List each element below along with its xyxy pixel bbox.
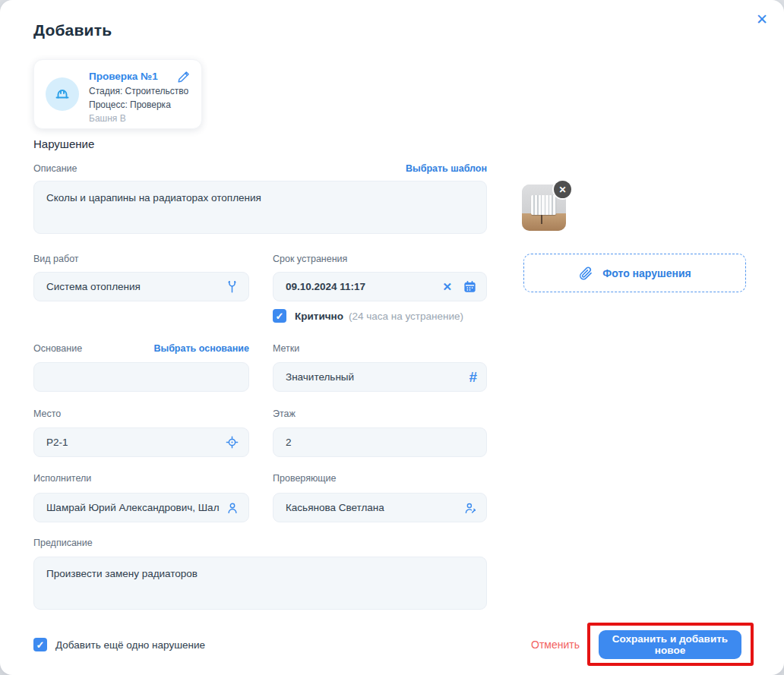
person-edit-icon[interactable] bbox=[463, 501, 477, 515]
floor-input[interactable]: 2 bbox=[273, 427, 487, 457]
inspection-title[interactable]: Проверка №1 bbox=[89, 71, 179, 82]
remove-photo-icon[interactable]: ✕ bbox=[554, 181, 571, 198]
critical-row: ✓ Критично (24 часа на устранение) bbox=[273, 309, 463, 323]
hard-hat-icon bbox=[46, 77, 79, 111]
inspectors-input[interactable]: Касьянова Светлана bbox=[273, 493, 487, 522]
inspectors-value: Касьянова Светлана bbox=[286, 502, 463, 513]
add-another-row: ✓ Добавить ещё одно нарушение bbox=[33, 638, 205, 651]
critical-checkbox[interactable]: ✓ bbox=[273, 309, 286, 323]
description-textarea[interactable]: Сколы и царапины на радиаторах отопления bbox=[33, 181, 487, 234]
deadline-clear-icon[interactable]: ✕ bbox=[442, 280, 452, 294]
paperclip-icon bbox=[578, 266, 593, 281]
deadline-input[interactable]: 09.10.2024 11:17 ✕ bbox=[273, 272, 487, 301]
basis-label: Основание bbox=[33, 343, 82, 354]
basis-label-row: Основание Выбрать основание bbox=[33, 343, 249, 354]
photo-radiator bbox=[531, 195, 556, 215]
person-icon[interactable] bbox=[226, 501, 239, 515]
tags-value: Значительный bbox=[286, 371, 469, 383]
floor-label: Этаж bbox=[273, 408, 296, 419]
description-label: Описание bbox=[33, 163, 77, 174]
calendar-icon[interactable] bbox=[463, 279, 477, 294]
choose-basis-link[interactable]: Выбрать основание bbox=[153, 343, 249, 354]
attach-photo-label: Фото нарушения bbox=[602, 267, 691, 279]
tags-input[interactable]: Значительный # bbox=[273, 362, 487, 392]
cancel-button[interactable]: Отменить bbox=[531, 639, 580, 651]
basis-input[interactable] bbox=[33, 362, 249, 392]
critical-note: (24 часа на устранение) bbox=[349, 311, 463, 322]
executors-value: Шамрай Юрий Александрович, Шалы... bbox=[46, 502, 220, 513]
deadline-value: 09.10.2024 11:17 bbox=[286, 281, 442, 292]
prescription-label: Предписание bbox=[33, 538, 93, 548]
attach-photo-button[interactable]: Фото нарушения bbox=[523, 254, 746, 292]
place-value: P2-1 bbox=[46, 437, 225, 448]
inspectors-label: Проверяющие bbox=[273, 473, 337, 484]
critical-label: Критично bbox=[295, 311, 343, 322]
save-and-add-new-button[interactable]: Сохранить и добавить новое bbox=[599, 630, 741, 659]
edit-pencil-icon[interactable] bbox=[176, 70, 191, 84]
photo-pipe bbox=[541, 215, 542, 224]
place-label: Место bbox=[33, 408, 61, 419]
section-title-violation: Нарушение bbox=[33, 137, 94, 150]
executors-input[interactable]: Шамрай Юрий Александрович, Шалы... bbox=[33, 493, 249, 522]
work-type-input[interactable]: Система отопления bbox=[33, 272, 249, 301]
add-another-label: Добавить ещё одно нарушение bbox=[55, 639, 205, 651]
inspection-card: Проверка №1 Стадия: Строительство Процес… bbox=[33, 59, 202, 129]
inspection-process: Процесс: Проверка bbox=[89, 99, 179, 110]
place-input[interactable]: P2-1 bbox=[33, 427, 249, 457]
tags-label: Метки bbox=[273, 343, 299, 354]
work-type-value: Система отопления bbox=[46, 281, 225, 292]
hash-icon[interactable]: # bbox=[469, 370, 477, 384]
choose-template-link[interactable]: Выбрать шаблон bbox=[406, 163, 487, 174]
inspection-stage: Стадия: Строительство bbox=[89, 86, 179, 96]
prescription-value: Произвести замену радиаторов bbox=[46, 568, 198, 579]
crosshair-location-icon[interactable] bbox=[225, 435, 239, 449]
wrench-icon[interactable] bbox=[225, 279, 239, 294]
work-type-label: Вид работ bbox=[33, 254, 79, 264]
description-value: Сколы и царапины на радиаторах отопления bbox=[46, 192, 261, 203]
prescription-textarea[interactable]: Произвести замену радиаторов bbox=[33, 557, 487, 610]
close-icon[interactable]: ✕ bbox=[752, 9, 772, 29]
floor-value: 2 bbox=[286, 437, 477, 448]
add-violation-modal: Добавить ✕ Проверка №1 Стадия: Строитель… bbox=[0, 0, 784, 675]
description-label-row: Описание Выбрать шаблон bbox=[33, 163, 487, 174]
deadline-label: Срок устранения bbox=[273, 254, 347, 264]
inspection-building: Башня В bbox=[89, 113, 179, 124]
executors-label: Исполнители bbox=[33, 473, 91, 484]
page-title: Добавить bbox=[33, 21, 112, 39]
inspection-card-text: Проверка №1 Стадия: Строительство Процес… bbox=[89, 71, 179, 124]
add-another-checkbox[interactable]: ✓ bbox=[33, 638, 47, 651]
photo-floor bbox=[522, 213, 566, 231]
